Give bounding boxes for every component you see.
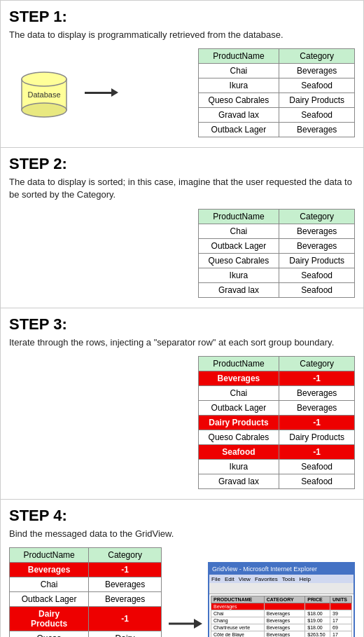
cell-category: Seafood: [279, 459, 355, 474]
cell-category: Dairy Products: [279, 253, 355, 268]
database-icon: Database: [16, 67, 72, 119]
step2-table: ProductName Category ChaiBeveragesOutbac…: [198, 209, 355, 298]
col-header-category: Category: [279, 49, 355, 64]
screenshot-cell: Beverages: [211, 603, 265, 610]
screenshot-cell: Côte de Blaye: [211, 631, 265, 637]
svg-point-2: [22, 72, 66, 86]
col-header-category3: Category: [279, 356, 355, 371]
step1-title: STEP 1:: [9, 8, 355, 26]
cell-category: Beverages: [279, 400, 355, 415]
step4-table: ProductName Category Beverages-1ChaiBeve…: [9, 547, 162, 637]
step1-desc: The data to display is programmatically …: [9, 29, 355, 41]
step3-title: STEP 3:: [9, 315, 355, 334]
step2-title: STEP 2:: [9, 155, 355, 173]
cell-productname: Dairy Products: [198, 415, 279, 430]
step1-table-container: ProductName Category ChaiBeveragesIkuraS…: [198, 48, 355, 137]
screenshot-cell: Chai: [211, 610, 265, 617]
step4-section: STEP 4: Bind the messaged data to the Gr…: [0, 500, 364, 637]
screenshot-cell: Beverages: [264, 610, 305, 617]
cell-category: -1: [89, 606, 162, 631]
cell-category: Seafood: [279, 78, 355, 93]
cell-productname: Queso Cabrales: [198, 93, 279, 108]
cell-productname: Beverages: [10, 562, 89, 577]
step2-section: STEP 2: The data to display is sorted; i…: [0, 148, 364, 308]
cell-productname: Outback Lager: [198, 238, 279, 253]
cell-category: Dairy Products: [279, 430, 355, 444]
screenshot-cell: $18.00: [305, 624, 330, 631]
screenshot-cell: $18.00: [305, 610, 330, 617]
svg-point-1: [22, 103, 66, 117]
cell-category: Beverages: [279, 238, 355, 253]
screenshot-menubar: File Edit View Favorites Tools Help: [209, 575, 354, 583]
screenshot-mock: GridView - Microsoft Internet Explorer F…: [208, 562, 355, 637]
cell-category: Beverages: [89, 577, 162, 591]
cell-productname: Ikura: [198, 459, 279, 474]
col-header-productname: ProductName: [198, 49, 279, 64]
cell-productname: Gravad lax: [198, 282, 279, 297]
cell-productname: Outback Lager: [198, 400, 279, 415]
step4-title: STEP 4:: [9, 507, 355, 525]
cell-category: Beverages: [279, 64, 355, 78]
cell-productname: Chai: [198, 224, 279, 238]
screenshot-toolbar: [209, 583, 354, 594]
screenshot-cell: Chartreuse verte: [211, 624, 265, 631]
cell-productname: Queso Cabrales: [198, 253, 279, 268]
step4-desc: Bind the messaged data to the GridView.: [9, 528, 355, 540]
cell-productname: Dairy Products: [10, 606, 89, 631]
cell-category: Seafood: [279, 108, 355, 123]
cell-productname: Outback Lager: [198, 123, 279, 137]
col-header-productname2: ProductName: [198, 209, 279, 224]
step2-desc: The data to display is sorted; in this c…: [9, 176, 355, 201]
cell-category: -1: [279, 415, 355, 430]
screenshot-cell: 39: [330, 610, 352, 617]
screenshot-cell: Chang: [211, 617, 265, 624]
step1-section: STEP 1: The data to display is programma…: [0, 0, 364, 148]
cell-category: Seafood: [279, 474, 355, 488]
screenshot-cell: [330, 603, 352, 610]
cell-category: -1: [89, 562, 162, 577]
cell-category: Seafood: [279, 268, 355, 282]
step4-arrow: [167, 613, 202, 634]
db-arrow-group: Database: [9, 67, 198, 119]
cell-productname: Ikura: [198, 78, 279, 93]
screenshot-cell: Beverages: [264, 617, 305, 624]
cell-productname: Gravad lax: [198, 474, 279, 488]
screenshot-cell: $19.00: [305, 617, 330, 624]
cell-productname: Ikura: [198, 268, 279, 282]
cell-productname: Chai: [10, 577, 89, 591]
screenshot-cell: $263.50: [305, 631, 330, 637]
cell-category: -1: [279, 444, 355, 459]
step1-content: Database ProductName Category ChaiBevera…: [9, 48, 355, 137]
cell-productname: Queso Cabrales: [198, 430, 279, 444]
cell-productname: Queso Cabrales: [10, 631, 89, 637]
screenshot-inner-table: PRODUCTNAME CATEGORY PRICE UNITS Beverag…: [211, 596, 352, 637]
right-arrow: [85, 92, 113, 94]
screenshot-titlebar: GridView - Microsoft Internet Explorer: [209, 563, 354, 575]
cell-category: Beverages: [279, 224, 355, 238]
cell-category: Beverages: [89, 591, 162, 606]
cell-productname: Outback Lager: [10, 591, 89, 606]
cell-productname: Chai: [198, 64, 279, 78]
cell-category: Beverages: [279, 123, 355, 137]
cell-productname: Chai: [198, 385, 279, 400]
cell-category: -1: [279, 371, 355, 385]
step3-table: ProductName Category Beverages-1ChaiBeve…: [198, 356, 355, 489]
screenshot-cell: Beverages: [264, 631, 305, 637]
step3-desc: Iterate through the rows, injecting a "s…: [9, 336, 355, 349]
cell-category: Beverages: [279, 385, 355, 400]
svg-text:Database: Database: [27, 90, 60, 99]
col-header-category2: Category: [279, 209, 355, 224]
step3-section: STEP 3: Iterate through the rows, inject…: [0, 308, 364, 500]
screenshot-body: PRODUCTNAME CATEGORY PRICE UNITS Beverag…: [209, 594, 354, 637]
screenshot-cell: 69: [330, 624, 352, 631]
cell-productname: Seafood: [198, 444, 279, 459]
screenshot-cell: 17: [330, 631, 352, 637]
screenshot-title: GridView - Microsoft Internet Explorer: [212, 566, 317, 573]
step1-table: ProductName Category ChaiBeveragesIkuraS…: [198, 48, 355, 137]
step2-table-container: ProductName Category ChaiBeveragesOutbac…: [9, 209, 355, 298]
col-header-category4: Category: [89, 547, 162, 562]
screenshot-cell: 17: [330, 617, 352, 624]
svg-marker-5: [194, 619, 202, 629]
cell-category: Dairy Products: [89, 631, 162, 637]
col-header-productname3: ProductName: [198, 356, 279, 371]
